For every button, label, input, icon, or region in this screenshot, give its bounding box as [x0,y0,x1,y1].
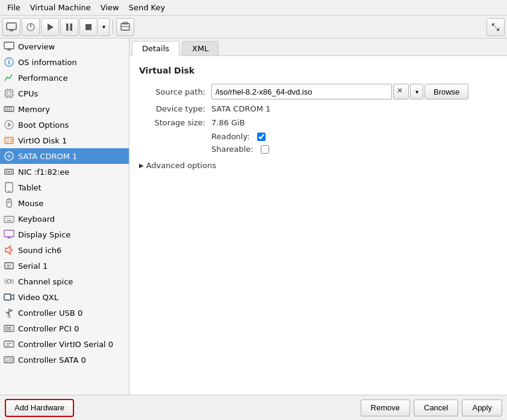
clear-btn[interactable] [393,84,409,99]
toolbar-resize-btn[interactable] [487,18,505,36]
remove-button[interactable]: Remove [361,400,410,416]
sidebar-item-label: Channel spice [18,277,73,286]
sidebar-item-performance[interactable]: Performance [0,70,129,86]
tab-details[interactable]: Details [132,41,179,56]
sidebar-item-label: CPUs [18,89,38,98]
svg-rect-18 [5,90,13,97]
sidebar-item-mouse[interactable]: Mouse [0,195,129,211]
browse-btn[interactable]: Browse [425,84,468,99]
virtio-serial-icon [4,339,14,349]
toolbar-stop-btn[interactable] [79,18,98,36]
svg-marker-34 [8,122,11,127]
svg-point-79 [10,359,13,362]
toolbar-pause-btn[interactable] [60,18,78,36]
sidebar-item-label: Controller USB 0 [18,309,82,318]
toolbar-play-btn[interactable] [41,18,59,36]
add-hardware-button[interactable]: Add Hardware [5,399,74,417]
toolbar-monitor-btn[interactable] [2,18,20,36]
sidebar-item-keyboard[interactable]: Keyboard [0,211,129,227]
section-title: Virtual Disk [139,66,497,75]
apply-button[interactable]: Apply [462,400,502,416]
monitor-icon [4,41,14,52]
bottom-right-buttons: Remove Cancel Apply [361,400,502,416]
sidebar-item-controller-pci-0[interactable]: Controller PCI 0 [0,321,129,336]
display-icon [4,229,14,240]
cdrom-icon [4,151,14,161]
tab-xml[interactable]: XML [182,41,219,55]
svg-rect-8 [86,24,92,30]
shareable-container: Shareable: [211,145,269,154]
advanced-options-label: Advanced options [146,161,216,170]
bottom-bar: Add Hardware Remove Cancel Apply [0,395,507,420]
readonly-row: Readonly: [139,132,497,141]
svg-rect-60 [5,263,13,269]
svg-point-63 [7,280,11,283]
menu-file[interactable]: File [2,2,25,13]
tab-bar: Details XML [129,39,507,56]
storage-size-row: Storage size: 7.86 GiB [139,118,497,127]
svg-marker-65 [11,295,14,299]
sidebar-item-serial-1[interactable]: Serial 1 [0,258,129,274]
svg-point-40 [8,155,10,157]
menu-send-key[interactable]: Send Key [124,2,170,13]
readonly-checkbox[interactable] [257,133,266,141]
shareable-checkbox[interactable] [261,145,269,154]
svg-rect-74 [9,327,11,330]
advanced-options-toggle[interactable]: ▶ Advanced options [139,160,497,171]
sidebar-item-os-info[interactable]: i OS information [0,54,129,70]
svg-text:i: i [8,59,10,66]
sidebar-item-label: Mouse [18,199,43,208]
sidebar-item-channel-spice[interactable]: Channel spice [0,274,129,289]
virtio-disk-icon [4,135,14,146]
sidebar-item-cpus[interactable]: CPUs [0,86,129,101]
sidebar-item-controller-usb-0[interactable]: Controller USB 0 [0,305,129,321]
keyboard-icon [4,213,14,224]
sidebar-item-video-qxl[interactable]: Video QXL [0,289,129,305]
svg-marker-5 [48,24,54,31]
shareable-row: Shareable: [139,145,497,154]
svg-rect-56 [4,230,14,237]
svg-rect-50 [4,216,14,222]
sidebar-item-label: Keyboard [18,215,55,224]
sidebar-item-boot-options[interactable]: Boot Options [0,117,129,133]
sidebar-item-label: VirtIO Disk 1 [18,136,67,145]
toolbar-dropdown-btn[interactable]: ▾ [99,18,110,36]
sidebar-item-label: NIC :f1:82:ee [18,168,69,177]
cpu-icon [4,88,14,99]
toolbar-power-btn[interactable] [22,18,40,36]
device-type-row: Device type: SATA CDROM 1 [139,104,497,113]
svg-rect-64 [4,294,11,300]
sidebar-item-controller-virtio-serial-0[interactable]: Controller VirtIO Serial 0 [0,336,129,352]
sidebar-item-label: Controller PCI 0 [18,324,79,333]
sidebar-item-nic[interactable]: NIC :f1:82:ee [0,164,129,180]
sidebar-item-virtio-disk-1[interactable]: VirtIO Disk 1 [0,133,129,148]
info-icon: i [4,57,14,67]
sidebar-item-memory[interactable]: Memory [0,101,129,117]
svg-rect-0 [7,23,16,30]
sidebar-item-controller-sata-0[interactable]: Controller SATA 0 [0,352,129,368]
source-path-input[interactable] [211,84,392,99]
sidebar-item-label: Sound ich6 [18,246,61,255]
sidebar-item-display-spice[interactable]: Display Spice [0,227,129,242]
cancel-button[interactable]: Cancel [414,400,458,416]
sidebar-item-label: Boot Options [18,121,69,130]
source-path-dropdown-btn[interactable]: ▾ [410,84,423,99]
menu-view[interactable]: View [96,2,124,13]
performance-icon [4,72,14,83]
sidebar-item-overview[interactable]: Overview [0,39,129,54]
sidebar-item-sound-ich6[interactable]: Sound ich6 [0,242,129,258]
sidebar-item-tablet[interactable]: Tablet [0,180,129,195]
sidebar-item-label: OS information [18,58,77,67]
toolbar-screenshot-btn[interactable] [116,18,134,36]
svg-point-36 [10,139,13,142]
serial-icon [4,260,14,271]
sidebar-item-label: SATA CDROM 1 [18,152,77,161]
readonly-container: Readonly: [211,132,266,141]
nic-icon [4,166,14,177]
menu-virtual-machine[interactable]: Virtual Machine [25,2,96,13]
mouse-icon [4,198,14,208]
svg-rect-6 [66,24,69,31]
details-panel: Virtual Disk Source path: ▾ Browse [129,56,507,395]
sidebar-item-label: Display Spice [18,230,70,239]
sidebar-item-sata-cdrom-1[interactable]: SATA CDROM 1 [0,148,129,164]
